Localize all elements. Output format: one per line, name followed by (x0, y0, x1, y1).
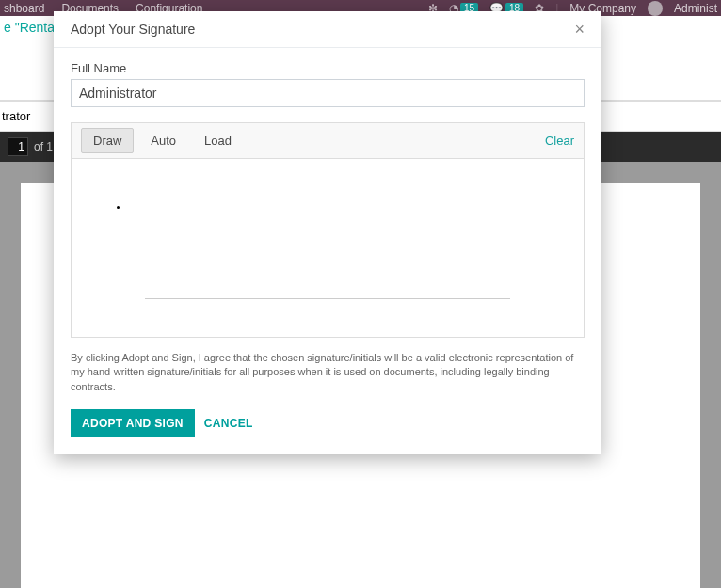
signature-line (145, 298, 510, 299)
tab-auto[interactable]: Auto (139, 129, 187, 152)
tab-draw[interactable]: Draw (81, 128, 134, 153)
fullname-label: Full Name (71, 61, 585, 75)
modal-title: Adopt Your Signature (71, 22, 195, 37)
modal-header: Adopt Your Signature × (54, 11, 601, 48)
close-icon[interactable]: × (574, 21, 585, 38)
signature-canvas[interactable] (71, 159, 585, 338)
tab-load[interactable]: Load (193, 129, 243, 152)
modal-body: Full Name Draw Auto Load Clear By clicki… (54, 48, 601, 396)
signature-box: Draw Auto Load Clear (71, 122, 585, 338)
signature-tabs: Draw Auto Load Clear (71, 122, 585, 159)
fullname-input[interactable] (71, 79, 585, 107)
modal-backdrop: Adopt Your Signature × Full Name Draw Au… (0, 0, 721, 588)
clear-button[interactable]: Clear (545, 134, 574, 148)
adopt-and-sign-button[interactable]: ADOPT AND SIGN (71, 409, 195, 437)
modal-footer: ADOPT AND SIGN CANCEL (54, 396, 601, 454)
cancel-button[interactable]: CANCEL (204, 417, 253, 430)
signature-modal: Adopt Your Signature × Full Name Draw Au… (54, 11, 601, 454)
signature-mark (117, 206, 120, 209)
legal-text: By clicking Adopt and Sign, I agree that… (71, 351, 585, 394)
